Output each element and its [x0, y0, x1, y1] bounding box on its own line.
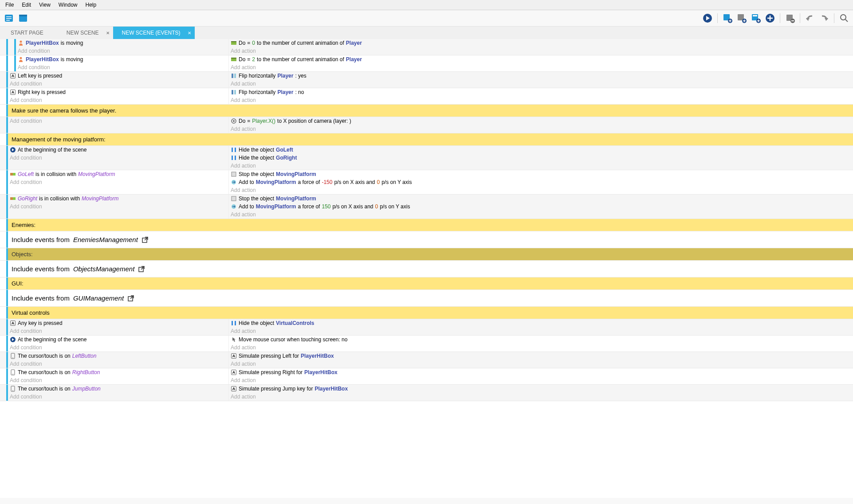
scene-editor-icon[interactable] — [18, 13, 28, 23]
comment-row[interactable]: Enemies: — [0, 219, 853, 231]
add-condition-link[interactable]: Add condition — [8, 344, 228, 352]
action-line[interactable]: Stop the object MovingPlatform — [229, 195, 853, 203]
add-condition-link[interactable]: Add condition — [8, 96, 228, 104]
add-external-icon[interactable] — [736, 13, 747, 23]
add-action-link[interactable]: Add action — [229, 186, 853, 194]
open-external-icon[interactable] — [142, 236, 149, 243]
comment-row[interactable]: Virtual controls — [0, 307, 853, 319]
add-condition-link[interactable]: Add condition — [8, 80, 228, 88]
add-action-link[interactable]: Add action — [229, 47, 853, 55]
tab-start-page[interactable]: START PAGE — [2, 27, 58, 39]
add-action-link[interactable]: Add action — [229, 360, 853, 368]
add-condition-link[interactable]: Add condition — [8, 178, 228, 186]
action-line[interactable]: A Simulate pressing Left for PlayerHitBo… — [229, 352, 853, 360]
add-action-link[interactable]: Add action — [229, 162, 853, 170]
action-line[interactable]: Flip horizontally Player : yes — [229, 72, 853, 80]
add-action-link[interactable]: Add action — [229, 80, 853, 88]
add-action-link[interactable]: Add action — [229, 211, 853, 219]
condition-line[interactable]: PlayerHitBox is moving — [16, 55, 228, 63]
undo-icon[interactable] — [805, 13, 815, 23]
comment-row[interactable]: GUI: — [0, 277, 853, 290]
search-icon[interactable] — [839, 13, 849, 23]
add-condition-link[interactable]: Add condition — [16, 63, 228, 71]
action-line[interactable]: Stop the object MovingPlatform — [229, 170, 853, 178]
tab-new-scene-events[interactable]: NEW SCENE (EVENTS)✕ — [113, 27, 195, 39]
condition-line[interactable]: A Left key is pressed — [8, 72, 228, 80]
add-layout-icon[interactable] — [751, 13, 761, 23]
add-action-link[interactable]: Add action — [229, 125, 853, 133]
event-row[interactable]: The cursor/touch is on RightButton Add c… — [0, 368, 853, 385]
event-row[interactable]: The cursor/touch is on JumpButton Add co… — [0, 385, 853, 401]
comment-row[interactable]: Management of the moving platform: — [0, 133, 853, 146]
add-condition-link[interactable]: Add condition — [8, 203, 228, 211]
add-condition-link[interactable]: Add condition — [8, 360, 228, 368]
add-scene-icon[interactable] — [722, 13, 733, 23]
delete-icon[interactable] — [785, 13, 795, 23]
action-line[interactable]: Flip horizontally Player : no — [229, 88, 853, 96]
action-line[interactable]: Hide the object GoRight — [229, 154, 853, 162]
comment-row[interactable]: Objects: — [0, 248, 853, 261]
comment-row[interactable]: Make sure the camera follows the player. — [0, 105, 853, 117]
condition-line[interactable]: The cursor/touch is on RightButton — [8, 368, 228, 376]
event-row[interactable]: GoRight is in collision with MovingPlatf… — [0, 195, 853, 219]
condition-line[interactable]: The cursor/touch is on JumpButton — [8, 385, 228, 393]
menu-help[interactable]: Help — [82, 1, 100, 9]
add-condition-link[interactable]: Add condition — [8, 393, 228, 401]
action-line[interactable]: Move mouse cursor when touching screen: … — [229, 336, 853, 344]
open-external-icon[interactable] — [127, 295, 134, 302]
add-action-link[interactable]: Add action — [229, 63, 853, 71]
condition-line[interactable]: At the beginning of the scene — [8, 146, 228, 154]
action-line[interactable]: A Simulate pressing Right for PlayerHitB… — [229, 368, 853, 376]
redo-icon[interactable] — [819, 13, 829, 23]
close-icon[interactable]: ✕ — [188, 31, 191, 35]
action-line[interactable]: Hide the object VirtualControls — [229, 319, 853, 327]
condition-line[interactable]: At the beginning of the scene — [8, 336, 228, 344]
event-row[interactable]: A Any key is pressed Add condition Hide … — [0, 319, 853, 336]
tab-new-scene[interactable]: NEW SCENE✕ — [58, 27, 113, 39]
event-row[interactable]: At the beginning of the scene Add condit… — [0, 146, 853, 170]
action-line[interactable]: Add to MovingPlatform a force of 150 p/s… — [229, 203, 853, 211]
include-row[interactable]: Include events from GUIManagement — [0, 290, 853, 307]
action-line[interactable]: Hide the object GoLeft — [229, 146, 853, 154]
add-action-link[interactable]: Add action — [229, 344, 853, 352]
event-row[interactable]: A Left key is pressed Add condition Flip… — [0, 72, 853, 88]
open-external-icon[interactable] — [138, 266, 145, 273]
add-condition-link[interactable]: Add condition — [8, 376, 228, 384]
menu-file[interactable]: File — [2, 1, 17, 9]
event-row[interactable]: The cursor/touch is on LeftButton Add co… — [0, 352, 853, 368]
action-line[interactable]: A Simulate pressing Jump key for PlayerH… — [229, 385, 853, 393]
event-row[interactable]: A Right key is pressed Add condition Fli… — [0, 88, 853, 105]
event-row[interactable]: GoLeft is in collision with MovingPlatfo… — [0, 170, 853, 195]
include-row[interactable]: Include events from EnemiesManagement — [0, 231, 853, 248]
condition-line[interactable]: GoLeft is in collision with MovingPlatfo… — [8, 170, 228, 178]
event-row[interactable]: PlayerHitBox is moving Add condition Do … — [0, 39, 853, 55]
condition-line[interactable]: A Right key is pressed — [8, 88, 228, 96]
add-object-icon[interactable] — [765, 13, 775, 23]
add-action-link[interactable]: Add action — [229, 376, 853, 384]
action-line[interactable]: Do = Player.X() to X position of camera … — [229, 117, 853, 125]
add-action-link[interactable]: Add action — [229, 393, 853, 401]
condition-line[interactable]: PlayerHitBox is moving — [16, 39, 228, 47]
menu-view[interactable]: View — [35, 1, 54, 9]
condition-line[interactable]: GoRight is in collision with MovingPlatf… — [8, 195, 228, 203]
add-condition-link[interactable]: Add condition — [16, 47, 228, 55]
project-manager-icon[interactable] — [4, 13, 14, 23]
add-action-link[interactable]: Add action — [229, 96, 853, 104]
event-row[interactable]: PlayerHitBox is moving Add condition Do … — [0, 55, 853, 72]
add-condition-link[interactable]: Add condition — [8, 154, 228, 162]
play-icon[interactable] — [702, 13, 713, 23]
action-line[interactable]: Do = 2 to the number of current animatio… — [229, 55, 853, 63]
action-line[interactable]: Add to MovingPlatform a force of -150 p/… — [229, 178, 853, 186]
include-row[interactable]: Include events from ObjectsManagement — [0, 261, 853, 277]
event-row[interactable]: Add condition Do = Player.X() to X posit… — [0, 117, 853, 133]
condition-line[interactable]: The cursor/touch is on LeftButton — [8, 352, 228, 360]
menu-edit[interactable]: Edit — [18, 1, 35, 9]
close-icon[interactable]: ✕ — [106, 31, 110, 35]
event-row[interactable]: At the beginning of the scene Add condit… — [0, 336, 853, 352]
add-action-link[interactable]: Add action — [229, 327, 853, 335]
add-condition-link[interactable]: Add condition — [8, 117, 228, 125]
condition-line[interactable]: A Any key is pressed — [8, 319, 228, 327]
menu-window[interactable]: Window — [55, 1, 81, 9]
add-condition-link[interactable]: Add condition — [8, 327, 228, 335]
action-line[interactable]: Do = 0 to the number of current animatio… — [229, 39, 853, 47]
